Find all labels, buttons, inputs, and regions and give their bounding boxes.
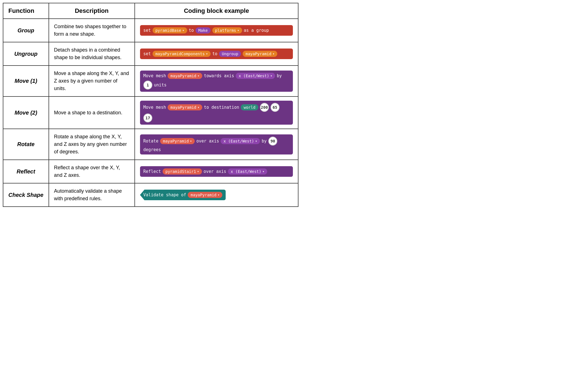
block-text: by (262, 139, 267, 144)
table-row: Move (1) Move a shape along the X, Y, an… (3, 66, 298, 96)
y-value: 65 (271, 103, 279, 112)
description-cell: Rotate a shape along the X, Y, and Z axe… (49, 129, 135, 160)
block-text: as a group (244, 28, 269, 33)
table-row: Ungroup Detach shapes in a combined shap… (3, 42, 298, 66)
degrees-value: 90 (268, 137, 277, 146)
table-row: Move (2) Move a shape to a destination. … (3, 96, 298, 129)
block-text: set (143, 51, 151, 56)
variable-pill: pyramidBase (153, 27, 187, 33)
dest-pill: world (241, 104, 258, 110)
block-text: to destination (204, 105, 239, 110)
x-value: 200 (260, 103, 269, 112)
function-label: Group (3, 19, 49, 42)
col-header-coding: Coding block example (135, 3, 298, 19)
variable-pill: mayaPyramid (168, 73, 202, 79)
block-text: units (154, 83, 167, 88)
coding-block-cell: Validate shape of mayaPyramid (135, 183, 298, 207)
coding-block-cell: set mayaPyramidComponents to Ungroup may… (135, 42, 298, 66)
block-text: by (277, 73, 282, 78)
block-text: Rotate (143, 139, 158, 144)
col-header-function: Function (3, 3, 49, 19)
coding-block-cell: Move mesh mayaPyramid towards axis x (Ea… (135, 66, 298, 96)
axis-pill: x (East/West) (228, 168, 267, 175)
block-text: Validate shape of (143, 192, 186, 197)
coding-block-checkshape: Validate shape of mayaPyramid (140, 190, 226, 200)
table-row: Rotate Rotate a shape along the X, Y, an… (3, 129, 298, 160)
variable-pill: mayaPyramid (160, 138, 195, 144)
function-label: Ungroup (3, 42, 49, 66)
coding-block-reflect: Reflect pyramidStair1 over axis x (East/… (140, 166, 293, 177)
function-pill: Ungroup (219, 51, 241, 57)
function-label: Move (1) (3, 66, 49, 96)
axis-pill: x (East/West) (236, 73, 275, 79)
coding-block-cell: Move mesh mayaPyramid to destination wor… (135, 96, 298, 129)
block-text: over axis (196, 139, 219, 144)
block-text: over axis (204, 169, 226, 174)
coding-block-cell: Reflect pyramidStair1 over axis x (East/… (135, 160, 298, 183)
block-text: Move mesh (143, 73, 166, 78)
block-text: set (143, 28, 151, 33)
coding-block-group: set pyramidBase to Make platforms as a g… (140, 25, 293, 36)
block-text: to (189, 28, 194, 33)
coding-block-cell: set pyramidBase to Make platforms as a g… (135, 19, 298, 42)
variable-pill: mayaPyramid (168, 104, 202, 110)
variable-pill: platforms (212, 27, 242, 33)
block-text: towards axis (204, 73, 234, 78)
coding-block-rotate: Rotate mayaPyramid over axis x (East/Wes… (140, 134, 293, 154)
coding-block-move1: Move mesh mayaPyramid towards axis x (Ea… (140, 71, 293, 92)
description-cell: Reflect a shape over the X, Y, and Z axe… (49, 160, 135, 183)
table-row: Group Combine two shapes together to for… (3, 19, 298, 42)
coding-block-move2: Move mesh mayaPyramid to destination wor… (140, 101, 293, 125)
value-circle: 1 (143, 81, 152, 90)
functions-table: Function Description Coding block exampl… (3, 3, 298, 207)
variable-pill: mayaPyramidComponents (153, 51, 211, 57)
function-label: Move (2) (3, 96, 49, 129)
description-cell: Detach shapes in a combined shape to be … (49, 42, 135, 66)
description-cell: Move a shape to a destination. (49, 96, 135, 129)
function-label: Rotate (3, 129, 49, 160)
col-header-description: Description (49, 3, 135, 19)
block-text: to (212, 51, 217, 56)
description-cell: Combine two shapes together to form a ne… (49, 19, 135, 42)
coding-block-ungroup: set mayaPyramidComponents to Ungroup may… (140, 49, 293, 59)
variable-pill: mayaPyramid (188, 192, 222, 198)
coding-block-cell: Rotate mayaPyramid over axis x (East/Wes… (135, 129, 298, 160)
block-text: Reflect (143, 169, 161, 174)
table-row: Reflect Reflect a shape over the X, Y, a… (3, 160, 298, 183)
variable-pill: mayaPyramid (243, 51, 277, 57)
description-cell: Move a shape along the X, Y, and Z axes … (49, 66, 135, 96)
function-label: Reflect (3, 160, 49, 183)
function-pill: Make (196, 27, 211, 33)
description-cell: Automatically validate a shape with pred… (49, 183, 135, 207)
z-value: 17 (143, 113, 152, 122)
block-text: Move mesh (143, 105, 166, 110)
function-label: Check Shape (3, 183, 49, 207)
variable-pill: pyramidStair1 (163, 168, 202, 175)
block-text: degrees (143, 147, 161, 152)
table-row: Check Shape Automatically validate a sha… (3, 183, 298, 207)
axis-pill: x (East/West) (221, 138, 260, 144)
